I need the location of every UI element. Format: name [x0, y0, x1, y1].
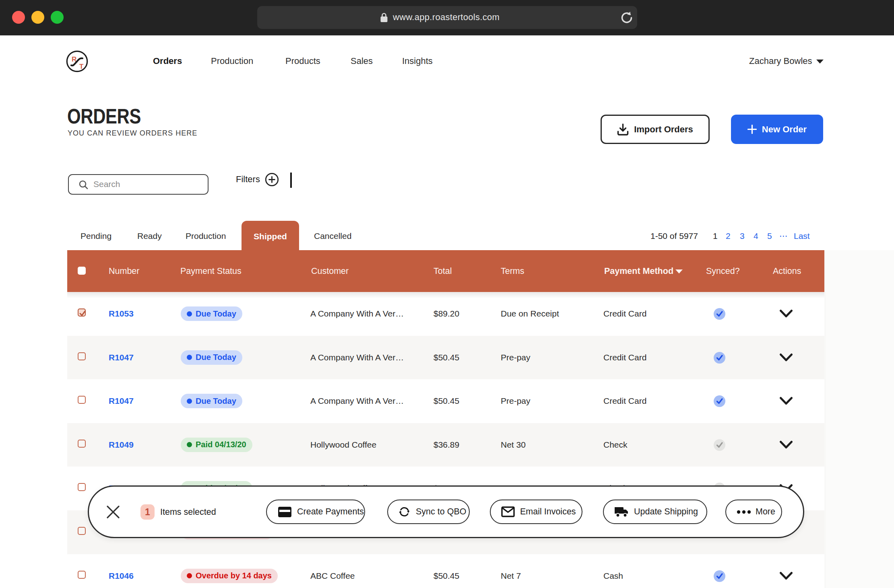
svg-text:T: T	[79, 63, 84, 70]
